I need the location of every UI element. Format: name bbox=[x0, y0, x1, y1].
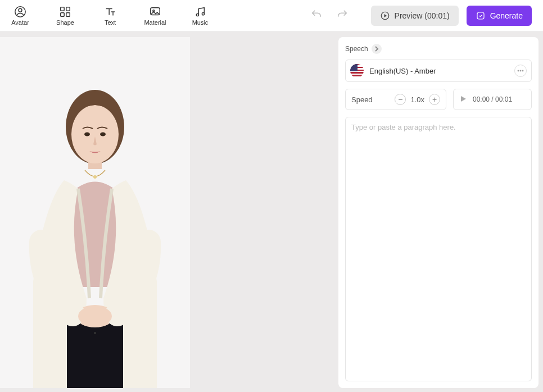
text-tool[interactable]: Text bbox=[97, 6, 124, 26]
svg-point-24 bbox=[518, 70, 519, 71]
playback-controls: Speed − 1.0x + 00:00 / 00:01 bbox=[345, 89, 532, 110]
undo-button[interactable] bbox=[310, 8, 323, 23]
history-controls bbox=[310, 8, 371, 23]
speech-tab-label: Speech bbox=[345, 45, 368, 53]
generate-label: Generate bbox=[490, 11, 523, 20]
voice-more-button[interactable] bbox=[514, 65, 527, 77]
avatar-tool-label: Avatar bbox=[11, 19, 29, 26]
svg-point-25 bbox=[520, 70, 521, 71]
material-tool-label: Material bbox=[144, 19, 166, 26]
avatar-tool[interactable]: Avatar bbox=[7, 6, 34, 26]
speed-decrease-button[interactable]: − bbox=[395, 94, 406, 105]
preview-icon bbox=[380, 11, 390, 21]
redo-button[interactable] bbox=[336, 8, 349, 23]
shape-tool[interactable]: Shape bbox=[52, 6, 79, 26]
text-tool-label: Text bbox=[105, 19, 116, 26]
voice-selector[interactable]: English(US) - Amber bbox=[345, 60, 532, 82]
redo-icon bbox=[336, 8, 349, 21]
svg-point-15 bbox=[84, 133, 90, 136]
svg-point-9 bbox=[202, 12, 204, 15]
speed-value: 1.0x bbox=[410, 95, 424, 104]
svg-rect-4 bbox=[61, 12, 64, 16]
svg-rect-11 bbox=[477, 12, 484, 19]
main-area: Speech English(US) - Amber Speed − 1.0x … bbox=[0, 31, 543, 392]
voice-name: English(US) - Amber bbox=[369, 67, 509, 75]
action-buttons: Preview (00:01) Generate bbox=[371, 6, 532, 26]
undo-icon bbox=[310, 8, 323, 21]
speed-label: Speed bbox=[351, 95, 373, 104]
music-tool[interactable]: Music bbox=[187, 6, 214, 26]
speech-text-input[interactable] bbox=[351, 123, 526, 375]
flag-us-icon bbox=[350, 64, 364, 78]
play-icon bbox=[459, 95, 467, 103]
play-control: 00:00 / 00:01 bbox=[453, 89, 532, 110]
material-tool[interactable]: Material bbox=[142, 6, 169, 26]
chevron-right-icon bbox=[372, 44, 382, 54]
svg-rect-5 bbox=[66, 12, 70, 16]
svg-point-17 bbox=[93, 175, 97, 179]
shape-icon bbox=[59, 6, 71, 18]
ellipsis-icon bbox=[517, 67, 524, 74]
svg-rect-3 bbox=[66, 7, 70, 10]
tool-group: Avatar Shape Text Material Music bbox=[7, 6, 214, 26]
svg-point-23 bbox=[78, 306, 112, 326]
material-icon bbox=[149, 6, 161, 18]
svg-point-16 bbox=[100, 133, 106, 136]
speech-tab[interactable]: Speech bbox=[345, 44, 532, 54]
svg-point-26 bbox=[522, 70, 523, 71]
music-tool-label: Music bbox=[192, 19, 209, 26]
preview-button[interactable]: Preview (00:01) bbox=[371, 6, 459, 26]
music-icon bbox=[194, 6, 206, 18]
speed-increase-button[interactable]: + bbox=[429, 94, 440, 105]
canvas[interactable] bbox=[0, 37, 190, 388]
shape-tool-label: Shape bbox=[56, 19, 74, 26]
speed-control: Speed − 1.0x + bbox=[345, 89, 446, 110]
speech-panel: Speech English(US) - Amber Speed − 1.0x … bbox=[338, 37, 539, 388]
svg-rect-2 bbox=[61, 7, 64, 10]
svg-point-1 bbox=[19, 8, 22, 12]
svg-point-8 bbox=[196, 13, 198, 16]
generate-icon bbox=[476, 11, 486, 21]
top-toolbar: Avatar Shape Text Material Music bbox=[0, 0, 543, 31]
avatar-icon bbox=[14, 6, 26, 18]
generate-button[interactable]: Generate bbox=[467, 6, 532, 26]
timecode: 00:00 / 00:01 bbox=[473, 95, 512, 103]
svg-point-21 bbox=[94, 332, 96, 334]
play-button[interactable] bbox=[459, 95, 467, 104]
preview-label: Preview (00:01) bbox=[395, 11, 450, 20]
avatar-preview[interactable] bbox=[11, 74, 179, 388]
text-icon bbox=[104, 6, 116, 18]
svg-point-14 bbox=[71, 105, 119, 163]
speech-text-container bbox=[345, 117, 532, 381]
